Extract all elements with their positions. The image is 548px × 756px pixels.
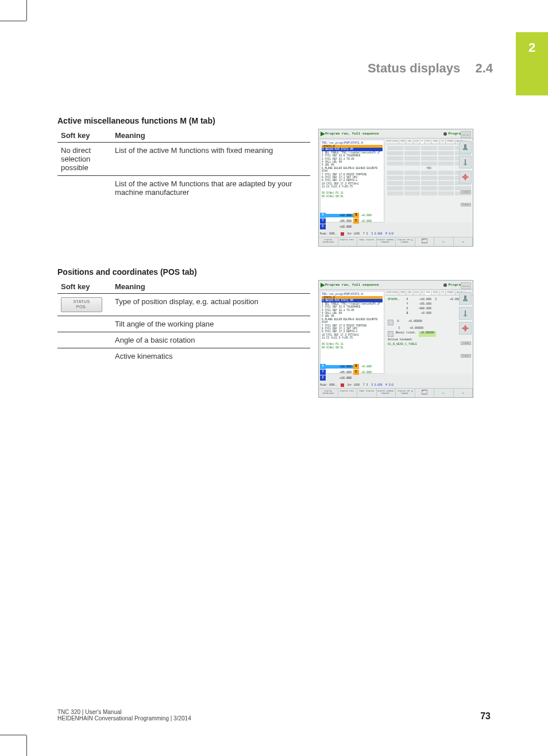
clock-corner: 08:51: [461, 131, 471, 138]
svg-rect-8: [422, 240, 423, 240]
footer-text: TNC 320 | User's Manual HEIDENHAIN Conve…: [57, 709, 191, 722]
meta-mode: Mode: NOML.: [320, 383, 337, 387]
arrow-left-icon: ⇐: [434, 237, 454, 246]
status-pos-softkey: STATUS POS.: [61, 297, 102, 312]
pt-val: +95.000: [412, 302, 431, 306]
pos-c: +0.000: [361, 220, 372, 223]
play-icon: [321, 132, 325, 136]
kin-label: Active kinemat.: [388, 338, 414, 341]
code-line: 11 CC X+22.5 Y+35.75: [322, 336, 383, 339]
arrow-left-icon: ⇐: [434, 389, 454, 397]
chapter-tab: 2: [516, 32, 548, 95]
tab: Overview: [385, 291, 399, 295]
pt-val: -480.000: [412, 307, 431, 310]
meta-ovr: Ovr 100%: [348, 232, 360, 236]
svg-rect-20: [423, 391, 423, 392]
datum-icon: [459, 171, 472, 183]
pos-b: +0.000: [361, 214, 372, 217]
footer: TNC 320 | User's Manual HEIDENHAIN Conve…: [57, 709, 491, 722]
softkey-line1: STATUS: [74, 300, 90, 304]
meta-m: M 3/8: [385, 232, 393, 236]
softkey-line2: POS.: [76, 305, 87, 309]
cell-softkey: No direct selection possible: [57, 143, 111, 176]
svg-rect-19: [422, 391, 423, 392]
code-footer: 0% S(Nm) 08:51: [322, 346, 383, 349]
th-meaning: Meaning: [111, 129, 310, 143]
tab: TRANS: [446, 140, 456, 144]
crop-mark: [0, 735, 26, 735]
pt-ax: X: [405, 298, 410, 301]
meta-m: M 3/8: [385, 383, 393, 387]
pos-z: +10.000: [326, 225, 353, 229]
cell-softkey: [57, 348, 111, 364]
header-title: Status displays: [368, 61, 460, 75]
cell-meaning: Type of position display, e.g. actual po…: [111, 294, 310, 316]
softkey-row: STATUS OVERVIEW STATUS POS. TOOL STATUS …: [319, 237, 473, 246]
pt-ax: A: [396, 320, 400, 325]
plane-icon: [388, 320, 393, 325]
code-line: 6 PLANE EULER EULPR+0 EULNU0 EULROT0 STA…: [322, 167, 383, 173]
status-meta: Mode: NOML. Ovr 100% T 5 S 0.000 M 3/8: [320, 232, 469, 236]
stop-icon: [341, 383, 344, 387]
footer-line1: TNC 320 | User's Manual: [57, 709, 191, 715]
pos-x: +10.000: [326, 365, 353, 369]
f100-label: F100%: [461, 354, 471, 358]
m-tab-table: Soft key Meaning No direct selection pos…: [57, 129, 310, 200]
pt-ax: Z: [405, 307, 410, 310]
basic-rot-val: +0.00000: [419, 331, 436, 337]
tab: CYC: [414, 291, 420, 295]
tab: POS: [424, 140, 431, 144]
s100-label: S100%: [461, 190, 471, 194]
section-pos-tab: Positions and coordinates (POS tab) Soft…: [57, 267, 488, 398]
stop-icon: [341, 232, 344, 236]
tab: PGM: [399, 140, 406, 144]
basic-rot-label: Basic rotat.: [396, 331, 416, 337]
cell-meaning: List of the active M functions that are …: [111, 176, 310, 201]
svg-rect-13: [463, 300, 468, 301]
cell-meaning: Active kinematics: [111, 348, 310, 364]
sk: STATUS OVERVIEW: [319, 389, 338, 397]
th-softkey: Soft key: [57, 280, 111, 294]
tab: LBL: [406, 291, 413, 295]
tab: TOOL: [431, 140, 440, 144]
tool-icon: [459, 292, 472, 305]
sk: STATUS OF Q PARAM.: [396, 237, 415, 246]
side-icon-bar: [459, 141, 472, 183]
pos-c: +0.000: [361, 371, 372, 374]
crop-mark: [26, 0, 27, 21]
page-number: 73: [480, 711, 491, 722]
tab: M: [420, 291, 424, 295]
svg-rect-12: [464, 296, 466, 300]
pos-y: +95.000: [326, 371, 353, 374]
sk: TOOL STATUS: [357, 237, 377, 246]
sk: STATUS COORD. TRANSF.: [377, 237, 396, 246]
pt-ax: Y: [405, 302, 410, 306]
svg-marker-11: [321, 283, 325, 287]
tool-length-icon: [459, 307, 472, 320]
sk: STATUS OF Q PARAM.: [396, 389, 415, 397]
kin-val: 01_B_HEAD_C_TABLE: [388, 343, 417, 346]
screenshot-m-tab: 08:51 Program run, full sequence Program…: [318, 129, 473, 247]
code-line: 6 PLANE EULER EULPR+0 EULNU0 EULROT0 STA…: [322, 318, 383, 324]
pos-z: +10.000: [326, 377, 353, 380]
tool-icon: [459, 141, 472, 153]
clock-corner: 08:51: [461, 282, 471, 289]
pt-ax: B: [405, 312, 410, 315]
tool-length-icon: [459, 156, 472, 168]
meta-s: S 0.000: [371, 383, 382, 387]
keyboard-icon: [415, 389, 435, 397]
mode-label: Program run, full sequence: [325, 132, 379, 136]
pt-val: +0.000: [412, 312, 431, 315]
tab: PGM: [399, 291, 406, 295]
cell-meaning: List of the active M functions with fixe…: [111, 143, 310, 176]
cell-softkey: STATUS POS.: [57, 294, 111, 316]
datum-icon: [459, 322, 472, 335]
tab: TRANS: [446, 291, 456, 295]
position-display: X+10.000B+0.000 Y+95.000C+0.000 Z+10.000: [320, 213, 396, 230]
side-icon-bar: [459, 292, 472, 335]
sk: STATUS COORD. TRANSF.: [377, 389, 396, 397]
meta-ovr: Ovr 100%: [348, 383, 360, 387]
status-meta: Mode: NOML. Ovr 100% T 5 S 0.000 M 3/8: [320, 383, 469, 387]
svg-marker-0: [321, 132, 325, 136]
pt-val: +0.00000: [403, 320, 422, 325]
